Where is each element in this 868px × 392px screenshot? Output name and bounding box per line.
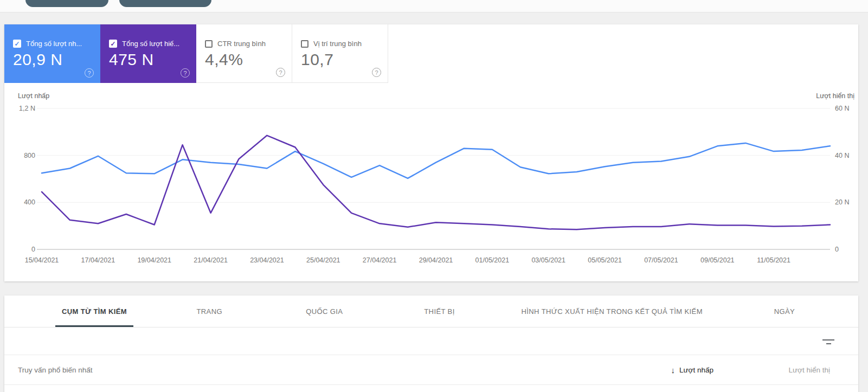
svg-text:25/04/2021: 25/04/2021 [306, 256, 340, 264]
performance-card: ✓ Tổng số lượt nh... 20,9 N ? ✓ Tổng số … [4, 24, 858, 281]
tab-queries[interactable]: CỤM TỪ TÌM KIẾM [37, 295, 152, 327]
column-header-impressions[interactable]: Lượt hiển thị [713, 366, 830, 374]
tab-search-appearance[interactable]: HÌNH THỨC XUẤT HIỆN TRONG KẾT QUẢ TÌM KI… [497, 295, 727, 327]
help-icon[interactable]: ? [276, 68, 285, 77]
metric-value: 4,4% [205, 50, 283, 69]
comparison-filter-pill-button[interactable] [119, 0, 211, 7]
clicks-impressions-line-chart: 1,2 N60 N80040 N40020 N00Lượt nhấpLượt h… [4, 91, 858, 272]
svg-text:05/05/2021: 05/05/2021 [588, 256, 622, 264]
metric-label: Vị trí trung bình [313, 40, 362, 48]
tab-countries[interactable]: QUỐC GIA [267, 295, 382, 327]
table-header-row: Truy vấn phổ biến nhất ↓ Lượt nhấp Lượt … [4, 355, 858, 385]
metric-tile-average-position[interactable]: Vị trí trung bình 10,7 ? [292, 24, 388, 83]
svg-text:23/04/2021: 23/04/2021 [250, 256, 284, 264]
dimension-tabs: CỤM TỪ TÌM KIẾM TRANG QUỐC GIA THIẾT BỊ … [4, 295, 858, 327]
metric-tile-average-ctr[interactable]: CTR trung bình 4,4% ? [196, 24, 292, 83]
help-icon[interactable]: ? [372, 68, 381, 77]
svg-text:29/04/2021: 29/04/2021 [419, 256, 453, 264]
svg-text:11/05/2021: 11/05/2021 [757, 256, 790, 264]
metric-label: Tổng số lượt hiế... [122, 40, 179, 48]
svg-text:27/04/2021: 27/04/2021 [363, 256, 397, 264]
tab-devices[interactable]: THIẾT BỊ [382, 295, 497, 327]
svg-text:Lượt nhấp: Lượt nhấp [18, 92, 49, 100]
checkbox-unchecked-icon[interactable] [205, 40, 213, 48]
svg-text:07/05/2021: 07/05/2021 [644, 256, 678, 264]
help-icon[interactable]: ? [181, 68, 190, 78]
svg-text:Lượt hiển thị: Lượt hiển thị [816, 92, 854, 100]
svg-text:0: 0 [31, 246, 35, 253]
svg-text:800: 800 [24, 152, 35, 159]
metric-label: Tổng số lượt nh... [26, 40, 82, 48]
svg-text:09/05/2021: 09/05/2021 [700, 256, 735, 264]
tab-dates[interactable]: NGÀY [727, 295, 842, 327]
metric-tiles: ✓ Tổng số lượt nh... 20,9 N ? ✓ Tổng số … [4, 24, 858, 83]
svg-text:21/04/2021: 21/04/2021 [194, 256, 228, 264]
metric-value: 20,9 N [13, 50, 92, 69]
help-icon[interactable]: ? [85, 68, 94, 78]
svg-text:19/04/2021: 19/04/2021 [137, 256, 171, 264]
svg-text:15/04/2021: 15/04/2021 [25, 256, 59, 264]
svg-text:20 N: 20 N [835, 198, 849, 206]
metric-value: 10,7 [301, 50, 379, 69]
tab-pages[interactable]: TRANG [152, 295, 267, 327]
metric-tile-total-impressions[interactable]: ✓ Tổng số lượt hiế... 475 N ? [100, 24, 196, 83]
svg-text:400: 400 [24, 198, 35, 206]
column-header-clicks-sorted[interactable]: ↓ Lượt nhấp [671, 365, 713, 375]
svg-text:1,2 N: 1,2 N [19, 105, 35, 112]
svg-text:40 N: 40 N [835, 152, 849, 159]
date-filter-pill-button[interactable] [25, 0, 108, 7]
svg-text:17/04/2021: 17/04/2021 [81, 256, 115, 264]
svg-text:0: 0 [835, 246, 839, 253]
table-filter-row [4, 327, 858, 355]
checkbox-checked-icon[interactable]: ✓ [109, 40, 117, 48]
svg-text:60 N: 60 N [835, 105, 849, 112]
metric-label: CTR trung bình [217, 40, 266, 48]
sort-descending-arrow-icon: ↓ [671, 365, 676, 375]
filter-icon[interactable] [820, 335, 837, 348]
column-header-top-queries: Truy vấn phổ biến nhất [18, 366, 93, 374]
svg-text:01/05/2021: 01/05/2021 [475, 256, 510, 264]
svg-text:03/05/2021: 03/05/2021 [531, 256, 565, 264]
metric-tile-total-clicks[interactable]: ✓ Tổng số lượt nh... 20,9 N ? [4, 24, 100, 83]
top-toolbar [0, 0, 868, 12]
metric-value: 475 N [109, 50, 188, 69]
dimensions-table-card: CỤM TỪ TÌM KIẾM TRANG QUỐC GIA THIẾT BỊ … [4, 295, 858, 392]
checkbox-checked-icon[interactable]: ✓ [13, 40, 21, 48]
checkbox-unchecked-icon[interactable] [301, 40, 308, 48]
